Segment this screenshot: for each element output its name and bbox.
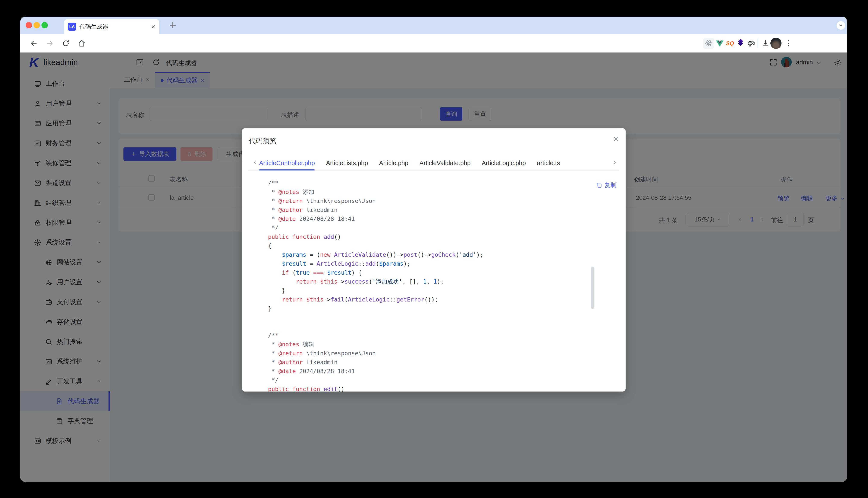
file-tab-article-ts[interactable]: article.ts — [537, 156, 560, 170]
code-line — [268, 322, 588, 331]
favicon: LA — [68, 23, 76, 31]
browser-tab-strip: LA 代码生成器 × — [20, 17, 847, 34]
puzzle-icon[interactable] — [746, 38, 757, 49]
admin-app: K likeadmin 工作台用户管理应用管理财务管理装修管理渠道设置组织管理权… — [20, 52, 847, 482]
code-line: * @author likeadmin — [268, 358, 588, 367]
file-tab-article-php[interactable]: Article.php — [379, 156, 408, 170]
home-icon[interactable] — [76, 37, 88, 49]
kebab-menu-icon[interactable] — [783, 38, 794, 49]
tabs-scroll-right-icon[interactable] — [612, 159, 618, 167]
code-line: } — [268, 286, 588, 295]
browser-tab[interactable]: LA 代码生成器 × — [64, 19, 159, 34]
code-line — [268, 313, 588, 322]
code-line: * @notes 添加 — [268, 187, 588, 197]
code-line: { — [268, 241, 588, 250]
file-tab-articlevalidate-php[interactable]: ArticleValidate.php — [420, 156, 471, 170]
code-line: } — [268, 304, 588, 313]
tab-close-icon[interactable]: × — [151, 23, 155, 31]
code-line: * @return \think\response\Json — [268, 197, 588, 206]
code-line: */ — [268, 223, 588, 232]
code-line: public function add() — [268, 232, 588, 241]
code-line: /** — [268, 179, 588, 187]
window-minimize-button[interactable] — [34, 22, 40, 28]
code-line: public function edit() — [268, 385, 588, 392]
code-line: /** — [268, 331, 588, 340]
file-tab-articlelists-php[interactable]: ArticleLists.php — [326, 156, 368, 170]
code-line: return $this->fail(ArticleLogic::getErro… — [268, 295, 588, 304]
desktop: LA 代码生成器 × — [0, 0, 868, 498]
code-line: * @date 2024/08/28 18:41 — [268, 367, 588, 376]
modal-close-icon[interactable]: × — [613, 135, 618, 143]
tabs-scroll-left-icon[interactable] — [252, 159, 258, 167]
code-line: $params = (new ArticleValidate())->post(… — [268, 250, 588, 259]
toolbar-divider — [757, 39, 758, 48]
file-tab-articlelogic-php[interactable]: ArticleLogic.php — [482, 156, 526, 170]
code-preview-modal: 代码预览 × ArticleController.phpArticleLists… — [242, 128, 626, 392]
react-devtools-icon[interactable] — [703, 38, 714, 49]
window-close-button[interactable] — [26, 22, 32, 28]
profile-avatar[interactable] — [770, 38, 781, 49]
forward-icon[interactable] — [44, 37, 56, 49]
active-tab-indicator — [259, 169, 315, 170]
code-line: */ — [268, 376, 588, 385]
vue-devtools-icon[interactable] — [714, 38, 725, 49]
new-tab-button[interactable] — [168, 21, 178, 31]
reload-icon[interactable] — [60, 37, 72, 49]
code-scrollbar[interactable] — [591, 267, 594, 309]
code-line: * @date 2024/08/28 18:41 — [268, 214, 588, 223]
browser-window: LA 代码生成器 × — [20, 17, 847, 482]
download-icon[interactable] — [760, 38, 771, 49]
code-line: if (true === $result) { — [268, 268, 588, 277]
back-icon[interactable] — [28, 37, 40, 49]
diamond-extension-icon[interactable] — [735, 38, 746, 49]
tab-search-button[interactable] — [837, 21, 845, 30]
file-tab-bar: ArticleController.phpArticleLists.phpArt… — [259, 156, 609, 170]
code-line: $result = ArticleLogic::add($params); — [268, 259, 588, 268]
browser-tab-title: 代码生成器 — [79, 23, 151, 30]
file-tab-articlecontroller-php[interactable]: ArticleController.php — [259, 156, 315, 170]
window-maximize-button[interactable] — [41, 22, 48, 28]
code-line: * @author likeadmin — [268, 206, 588, 214]
copy-button[interactable]: 复制 — [596, 181, 616, 189]
code-line: * @notes 编辑 — [268, 340, 588, 349]
sq-extension-icon[interactable]: SQ — [725, 38, 735, 49]
code-line: return $this->success('添加成功', [], 1, 1); — [268, 277, 588, 286]
code-line: * @return \think\response\Json — [268, 349, 588, 358]
code-viewer[interactable]: /** * @notes 添加 * @return \think\respons… — [268, 179, 588, 392]
copy-icon — [596, 182, 602, 188]
modal-title: 代码预览 — [249, 136, 276, 146]
browser-toolbar: localhost:5173/admin/setting/dev_tools/c… — [20, 34, 847, 52]
